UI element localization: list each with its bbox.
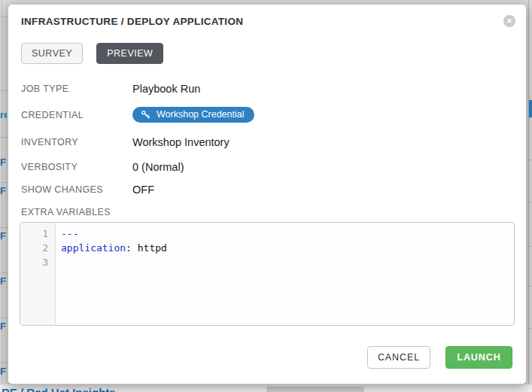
line-number: 2 [20, 241, 48, 255]
background-link-fragment: re [0, 109, 7, 120]
code-line-2: application: httpd [61, 241, 514, 255]
code-line-1: --- [61, 226, 514, 241]
background-row-line [0, 318, 8, 318]
modal-tabs: SURVEY PREVIEW [21, 43, 163, 64]
background-row-line [529, 328, 532, 329]
inventory-label: INVENTORY [21, 136, 132, 147]
screen: re F F F F F F RE / Red Hat Insights INF… [0, 0, 532, 392]
background-bottom-row: RE / Red Hat Insights [0, 384, 532, 392]
background-link-fragment: F [0, 230, 7, 242]
close-glyph: ✕ [506, 18, 512, 25]
field-row-verbosity: VERBOSITY 0 (Normal) [21, 161, 184, 173]
background-link-fragment: F [0, 366, 7, 377]
background-row-line [0, 272, 8, 273]
background-row-line [0, 363, 8, 363]
background-row-line [529, 246, 532, 247]
background-link-fragment: F [0, 156, 7, 168]
extra-variables-label: EXTRA VARIABLES [21, 207, 111, 217]
tab-survey[interactable]: SURVEY [21, 43, 83, 64]
key-icon [141, 110, 150, 120]
background-badge-fragment [267, 387, 363, 392]
background-link-fragment: F [0, 185, 7, 196]
inventory-value: Workshop Inventory [132, 136, 230, 148]
credential-badge[interactable]: Workshop Credential [132, 107, 254, 123]
background-row-line [0, 182, 8, 183]
job-type-value: Playbook Run [132, 83, 200, 95]
cancel-button[interactable]: CANCEL [367, 346, 430, 369]
credential-badge-label: Workshop Credential [157, 109, 245, 120]
background-row-line [529, 160, 532, 160]
line-number: 1 [20, 226, 48, 241]
background-divider [528, 0, 529, 392]
close-icon[interactable]: ✕ [503, 15, 515, 27]
background-blue-button-edge [529, 100, 532, 117]
modal-title: INFRASTRUCTURE / DEPLOY APPLICATION [21, 16, 243, 27]
launch-button[interactable]: LAUNCH [445, 346, 512, 369]
editor-line-number-gutter: 1 2 3 [20, 223, 56, 325]
code-line-3 [61, 255, 514, 269]
background-row-line [529, 202, 532, 202]
field-row-show-changes: SHOW CHANGES OFF [21, 184, 154, 196]
background-row-line [0, 137, 8, 138]
line-number: 3 [20, 255, 48, 269]
verbosity-label: VERBOSITY [21, 161, 132, 172]
show-changes-value: OFF [132, 184, 154, 196]
background-row-line [529, 118, 532, 119]
field-row-credential: CREDENTIAL Workshop Credenti [21, 109, 254, 123]
modal-footer: CANCEL LAUNCH [367, 346, 512, 369]
verbosity-value: 0 (Normal) [132, 161, 184, 173]
show-changes-label: SHOW CHANGES [21, 184, 132, 195]
credential-label: CREDENTIAL [21, 109, 132, 120]
background-row-line [0, 17, 8, 17]
background-link-fragment: F [0, 275, 7, 287]
tab-preview[interactable]: PREVIEW [96, 43, 163, 64]
background-row-line [529, 286, 532, 287]
background-row-line [0, 227, 8, 228]
extra-variables-editor[interactable]: 1 2 3 --- application: httpd [20, 222, 515, 326]
job-type-label: JOB TYPE [21, 83, 132, 94]
background-link-fragment: F [0, 321, 7, 332]
background-row-line [0, 90, 8, 91]
field-row-job-type: JOB TYPE Playbook Run [21, 83, 200, 95]
background-link-fragment: RE / Red Hat Insights [2, 386, 116, 392]
editor-code-area[interactable]: --- application: httpd [56, 223, 514, 325]
deploy-application-modal: INFRASTRUCTURE / DEPLOY APPLICATION ✕ SU… [8, 4, 527, 384]
field-row-inventory: INVENTORY Workshop Inventory [21, 136, 230, 148]
